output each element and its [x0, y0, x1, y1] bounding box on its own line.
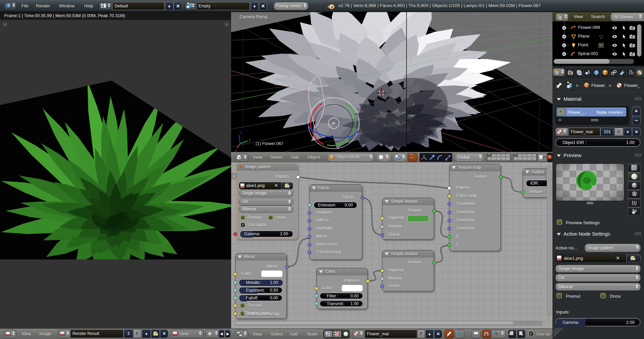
svg-text:y: y [249, 138, 251, 142]
svg-text:z: z [239, 130, 241, 134]
svg-text:x: x [235, 148, 237, 152]
